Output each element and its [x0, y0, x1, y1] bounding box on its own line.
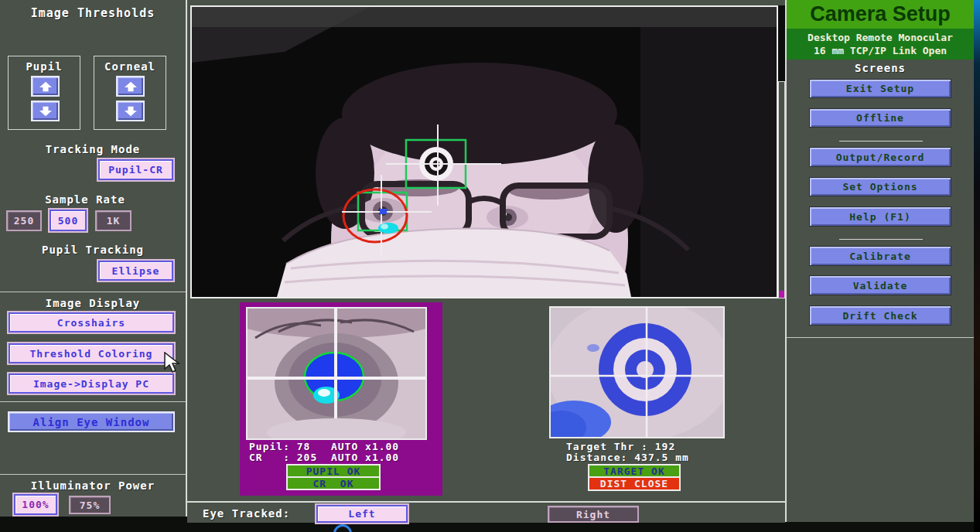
pupil-threshold-up-button[interactable] — [31, 76, 60, 97]
corneal-threshold-label: Corneal — [94, 60, 166, 73]
illuminator-power-label: Illuminator Power — [15, 479, 170, 492]
tracking-mode-button[interactable]: Pupil-CR — [98, 159, 173, 180]
target-info-line2: Distance: 437.5 mm — [566, 452, 689, 463]
camera-slider-track — [778, 81, 785, 298]
divider — [0, 292, 186, 292]
subtitle-line2: 16 mm TCP/IP Link Open — [787, 44, 974, 57]
pupil-threshold-down-button[interactable] — [31, 101, 60, 121]
pupil-threshold-label: Pupil — [8, 60, 80, 73]
sample-rate-500-button[interactable]: 500 — [50, 210, 87, 231]
camera-setup-subtitle: Desktop Remote Monocular 16 mm TCP/IP Li… — [787, 29, 974, 60]
tracking-mode-label: Tracking Mode — [23, 143, 162, 155]
sample-rate-250-button[interactable]: 250 — [6, 210, 42, 231]
camera-setup-title: Camera Setup — [787, 0, 974, 29]
threshold-coloring-button[interactable]: Threshold Coloring — [9, 343, 174, 363]
target-zoom-image — [549, 306, 725, 438]
drift-check-button[interactable]: Drift Check — [809, 305, 951, 326]
sample-rate-label: Sample Rate — [15, 193, 155, 206]
crosshairs-button[interactable]: Crosshairs — [9, 312, 174, 332]
sample-rate-1k-button[interactable]: 1K — [95, 210, 131, 231]
offline-button[interactable]: Offline — [809, 108, 951, 128]
pupil-tracking-label: Pupil Tracking — [15, 244, 170, 256]
down-arrow-icon — [123, 105, 138, 118]
image-display-label: Image Display — [15, 297, 170, 309]
image-thresholds-title: Image Thresholds — [0, 6, 186, 20]
up-arrow-icon — [123, 80, 138, 93]
divider — [0, 401, 186, 402]
divider — [0, 474, 186, 475]
eye-tracked-right-button[interactable]: Right — [548, 506, 639, 523]
dist-close-badge: DIST CLOSE — [588, 476, 681, 491]
pupil-tracking-ellipse-button[interactable]: Ellipse — [98, 261, 173, 281]
mouse-cursor — [163, 352, 182, 373]
up-arrow-icon — [38, 80, 53, 93]
corneal-threshold-down-button[interactable] — [116, 101, 145, 121]
calibrate-button[interactable]: Calibrate — [809, 246, 951, 266]
desktop-edge — [974, 0, 980, 532]
eye-tracked-left-button[interactable]: Left — [316, 505, 408, 523]
eye-tracked-label: Eye Tracked: — [203, 507, 290, 520]
screens-label: Screens — [787, 62, 974, 74]
divider — [839, 239, 923, 240]
illuminator-75-button[interactable]: 75% — [69, 496, 111, 514]
eye-zoom-image — [246, 307, 427, 440]
camera-slider-handle — [779, 291, 784, 298]
illuminator-100-button[interactable]: 100% — [14, 494, 57, 515]
camera-image — [190, 5, 778, 298]
validate-button[interactable]: Validate — [809, 275, 951, 295]
down-arrow-icon — [38, 105, 53, 118]
divider — [839, 141, 923, 142]
gaze-cursor-arc — [333, 524, 352, 532]
pupil-info-line2: CR : 205 AUTO x1.00 — [249, 452, 399, 463]
camera-edge-black — [778, 5, 785, 81]
help-button[interactable]: Help (F1) — [809, 206, 951, 227]
set-options-button[interactable]: Set Options — [809, 177, 951, 196]
align-eye-window-button[interactable]: Align Eye Window — [8, 411, 175, 432]
corneal-threshold-up-button[interactable] — [116, 76, 145, 97]
target-info-line1: Target Thr : 192 — [566, 441, 675, 452]
image-to-display-pc-button[interactable]: Image->Display PC — [9, 373, 174, 394]
output-record-button[interactable]: Output/Record — [809, 147, 951, 167]
divider — [787, 337, 974, 338]
exit-setup-button[interactable]: Exit Setup — [809, 79, 951, 98]
pupil-info-line1: Pupil: 78 AUTO x1.00 — [249, 441, 399, 452]
cr-ok-badge: CR OK — [286, 476, 381, 490]
right-panel-border — [785, 0, 787, 522]
subtitle-line1: Desktop Remote Monocular — [787, 31, 974, 44]
camera-setup-screen: Image Thresholds Pupil Corneal Tracking … — [0, 0, 980, 532]
